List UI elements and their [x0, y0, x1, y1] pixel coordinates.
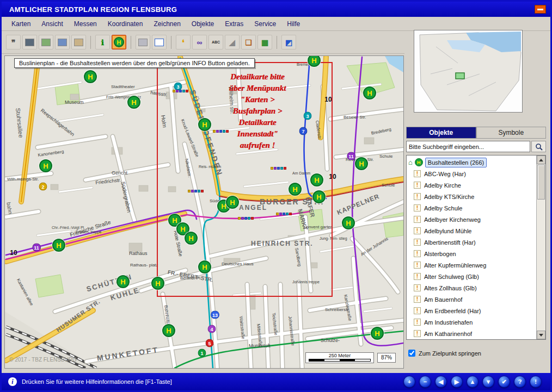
tab-objekte[interactable]: Objekte — [406, 127, 476, 139]
map-thumbnail-1[interactable] — [22, 35, 37, 49]
bus-stop-marker[interactable]: H — [371, 327, 384, 340]
bus-stop-marker[interactable]: H — [151, 277, 164, 290]
warning-icon: ! — [414, 330, 421, 337]
list-item[interactable]: !Albertinenstift (Har) — [407, 237, 536, 248]
minimize-button[interactable] — [535, 5, 546, 14]
help-button[interactable]: ? — [514, 376, 526, 388]
bus-stop-marker[interactable]: H — [312, 190, 326, 203]
nav-button-group: +−◀▶▲▼✔?! — [403, 376, 544, 388]
pan-up-button[interactable]: ▲ — [467, 376, 479, 388]
bus-stop-marker[interactable]: H — [185, 232, 198, 245]
layers-icon-glyph: ❏ — [245, 39, 252, 46]
map-thumbnail-3[interactable] — [55, 35, 70, 49]
bus-stop-marker[interactable]: H — [310, 173, 323, 186]
list-item[interactable]: !Am Industriehafen — [407, 316, 536, 328]
minimize-icon — [537, 9, 543, 10]
menu-item-ansicht[interactable]: Ansicht — [36, 18, 68, 30]
zoom-out-button[interactable]: − — [419, 376, 431, 388]
layers-icon[interactable]: ❏ — [241, 35, 256, 49]
alert-button[interactable]: ! — [530, 376, 542, 388]
menu-item-karten[interactable]: Karten — [6, 18, 36, 30]
menu-item-koordinaten[interactable]: Koordinaten — [102, 18, 149, 30]
scroll-up-button[interactable] — [537, 155, 545, 164]
warning-icon: ! — [414, 307, 421, 314]
list-item[interactable]: !Altes Zollhaus (Glb) — [407, 282, 536, 294]
map-thumbnail-4[interactable] — [71, 35, 86, 49]
current-extent-marker — [456, 73, 464, 79]
list-item-label: Alter Schulweg (Glb) — [424, 273, 479, 280]
frame-icon[interactable] — [152, 35, 167, 49]
print-icon[interactable] — [136, 35, 150, 49]
warning-icon: ! — [414, 273, 421, 280]
abc-label-icon[interactable]: ABC — [208, 35, 223, 49]
list-scrollbar[interactable] — [536, 155, 545, 339]
list-item[interactable]: !Adelby Schule — [407, 202, 536, 214]
pan-left-button[interactable]: ◀ — [435, 376, 447, 388]
clear-icon-glyph: ◩ — [285, 39, 292, 46]
list-header-row[interactable]: ⌂ H Bushaltestellen (266) — [407, 157, 536, 168]
scroll-thumb[interactable] — [537, 165, 545, 200]
search-input[interactable] — [406, 141, 530, 152]
clear-icon[interactable]: ◩ — [281, 35, 296, 49]
bus-stop-marker[interactable]: H — [198, 118, 211, 131]
list-item[interactable]: !Adelbylund Mühle — [407, 225, 536, 237]
chart-icon-glyph: ▦ — [261, 39, 268, 46]
map-thumbnail-2-swatch — [41, 39, 51, 46]
bus-stop-marker[interactable]: H — [84, 70, 97, 83]
info-icon[interactable]: ℹ — [95, 35, 110, 49]
list-item[interactable]: !Adelby Kirche — [407, 179, 536, 191]
map-thumbnail-2[interactable] — [39, 35, 53, 49]
list-item[interactable]: !Alter Schulweg (Glb) — [407, 271, 536, 282]
list-item[interactable]: !Am Katharinenhof — [407, 328, 536, 339]
menu-item-service[interactable]: Service — [249, 18, 281, 30]
list-item-label: Alsterbogen — [424, 251, 456, 257]
map-annotation: Detailkarte bitteüber Menüpunkt"Karten >… — [211, 71, 304, 151]
bus-stop-marker[interactable]: H — [39, 159, 52, 172]
callout-icon[interactable]: ❛ — [176, 35, 191, 49]
list-item[interactable]: !Alsterbogen — [407, 248, 536, 259]
menu-item-objekte[interactable]: Objekte — [186, 18, 219, 30]
menu-item-hilfe[interactable]: Hilfe — [281, 18, 305, 30]
map-annotation-line: Busfahrplan > — [211, 105, 304, 117]
list-item[interactable]: !Am Erdbeerfeld (Har) — [407, 305, 536, 316]
pan-down-button[interactable]: ▼ — [482, 376, 494, 388]
map-thumbnail-1-swatch — [25, 39, 34, 46]
eye-icon[interactable]: ∞ — [192, 35, 207, 49]
list-item[interactable]: !Alter Kupfermühlenweg — [407, 259, 536, 271]
busstop-info-button[interactable]: H — [112, 35, 126, 49]
menu-item-extras[interactable]: Extras — [219, 18, 249, 30]
menu-item-zeichnen[interactable]: Zeichnen — [148, 18, 186, 30]
bus-stop-marker[interactable]: H — [198, 260, 211, 273]
pan-right-button[interactable]: ▶ — [451, 376, 463, 388]
map-view[interactable]: MuseumReepschlägerbahnStuhrsalleebahnKan… — [4, 55, 404, 369]
scroll-down-button[interactable] — [537, 331, 545, 339]
bus-stop-marker[interactable]: H — [162, 324, 175, 337]
bus-stop-marker[interactable]: H — [116, 275, 130, 288]
menu-item-messen[interactable]: Messen — [69, 18, 102, 30]
confirm-button[interactable]: ✔ — [498, 376, 510, 388]
chart-icon[interactable]: ▦ — [257, 35, 272, 49]
search-button[interactable] — [531, 141, 546, 152]
tip-icon[interactable]: ❞ — [6, 35, 21, 49]
zoom-in-button[interactable]: + — [403, 376, 415, 388]
measure-icon[interactable]: ◢ — [225, 35, 240, 49]
list-item[interactable]: !Adelby KTS/Kirche — [407, 191, 536, 202]
list-item[interactable]: !ABC-Weg (Har) — [407, 168, 536, 179]
list-item-label: Am Industriehafen — [424, 319, 473, 326]
warning-icon: ! — [414, 227, 421, 234]
tab-symbole[interactable]: Symbole — [476, 127, 547, 139]
list-item[interactable]: !Adelbyer Kirchenweg — [407, 214, 536, 225]
bus-stop-marker[interactable]: H — [289, 183, 302, 196]
jump-checkbox[interactable] — [408, 350, 415, 357]
list-item[interactable]: !Am Bauernhof — [407, 294, 536, 305]
map-annotation-line: Detailkarte bitte — [211, 71, 304, 83]
bus-stop-marker[interactable]: H — [355, 157, 368, 170]
bus-stop-marker[interactable]: H — [226, 196, 239, 209]
list-header-label: Bushaltestellen (266) — [425, 158, 487, 167]
bus-stop-marker[interactable]: H — [52, 239, 65, 252]
overview-map[interactable] — [414, 30, 523, 113]
bus-stop-marker[interactable]: H — [342, 216, 355, 229]
bus-stop-marker[interactable]: H — [363, 86, 376, 99]
scroll-track[interactable] — [537, 164, 545, 331]
bus-stop-marker[interactable]: H — [127, 96, 140, 109]
